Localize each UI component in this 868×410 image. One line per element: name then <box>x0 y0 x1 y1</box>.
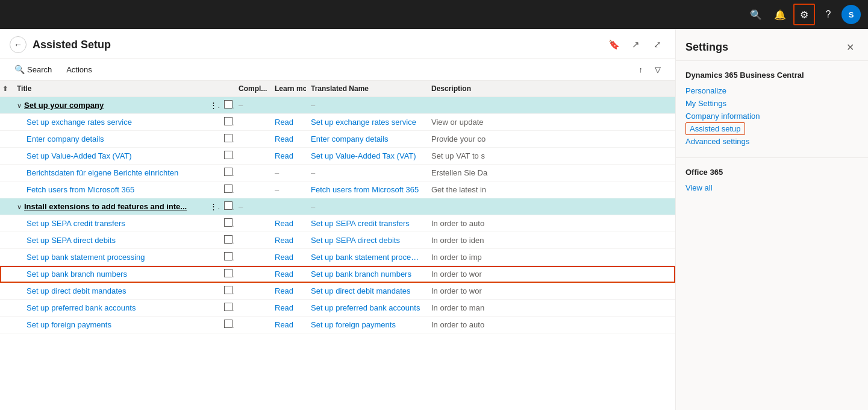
title-cell[interactable]: Set up preferred bank accounts <box>12 300 205 317</box>
chevron-icon[interactable]: ∨ <box>17 102 22 110</box>
learn-cell[interactable]: Read <box>270 300 306 317</box>
title-cell[interactable]: Set up SEPA direct debits <box>12 232 205 249</box>
settings-link-company-info[interactable]: Company information <box>685 110 858 122</box>
checkbox[interactable] <box>224 269 233 277</box>
item-title-text[interactable]: Set up direct debit mandates <box>27 286 126 295</box>
item-title-text[interactable]: Set up SEPA credit transfers <box>27 219 125 228</box>
table-row[interactable]: Set up direct debit mandatesReadSet up d… <box>0 283 675 300</box>
title-cell[interactable]: Fetch users from Microsoft 365 <box>12 181 205 198</box>
translated-cell[interactable]: Set up Value-Added Tax (VAT) <box>306 148 426 165</box>
translated-cell[interactable]: Enter company details <box>306 131 426 148</box>
checkbox[interactable] <box>224 184 233 193</box>
translated-cell[interactable]: Set up preferred bank accounts <box>306 300 426 317</box>
learn-cell[interactable]: Read <box>270 249 306 266</box>
learn-cell[interactable]: Read <box>270 215 306 232</box>
avatar[interactable]: S <box>841 5 861 24</box>
item-title-text[interactable]: Fetch users from Microsoft 365 <box>27 185 134 194</box>
title-cell[interactable]: Enter company details <box>12 131 205 148</box>
checkbox-cell[interactable] <box>219 114 234 131</box>
item-title-text[interactable]: Set up exchange rates service <box>27 118 132 127</box>
help-icon[interactable]: ? <box>817 4 839 25</box>
checkbox-cell[interactable] <box>219 300 234 317</box>
close-button[interactable]: ✕ <box>841 39 858 55</box>
checkbox[interactable] <box>224 168 233 176</box>
table-row[interactable]: Fetch users from Microsoft 365–Fetch use… <box>0 181 675 198</box>
title-cell[interactable]: Berichtsdaten für eigene Berichte einric… <box>12 165 205 181</box>
checkbox-cell[interactable] <box>219 232 234 249</box>
item-title-text[interactable]: Set up Value-Added Tax (VAT) <box>27 151 132 160</box>
notification-icon[interactable]: 🔔 <box>769 4 791 25</box>
checkbox-cell[interactable] <box>219 148 234 165</box>
search-button[interactable]: 🔍 Search <box>10 62 57 77</box>
item-title-text[interactable]: Set up preferred bank accounts <box>27 303 136 312</box>
table-area[interactable]: ⬆ Title Compl... Learn more Translated N… <box>0 81 675 410</box>
title-cell[interactable]: Set up SEPA credit transfers <box>12 215 205 232</box>
checkbox-cell[interactable] <box>219 198 234 215</box>
title-cell[interactable]: ∨Set up your company <box>12 97 205 114</box>
table-row[interactable]: Set up Value-Added Tax (VAT)ReadSet up V… <box>0 148 675 165</box>
share-icon[interactable]: ↗ <box>627 36 644 53</box>
translated-cell[interactable]: – <box>306 97 426 114</box>
settings-link-my-settings[interactable]: My Settings <box>685 97 858 110</box>
table-row[interactable]: Set up bank branch numbersReadSet up ban… <box>0 266 675 283</box>
checkbox[interactable] <box>224 134 233 142</box>
learn-cell[interactable]: Read <box>270 317 306 333</box>
dots-cell[interactable]: ⋮ <box>205 198 219 215</box>
table-row[interactable]: Set up foreign paymentsReadSet up foreig… <box>0 317 675 333</box>
checkbox[interactable] <box>224 320 233 328</box>
settings-link-personalize[interactable]: Personalize <box>685 84 858 97</box>
title-cell[interactable]: Set up direct debit mandates <box>12 283 205 300</box>
chevron-icon[interactable]: ∨ <box>17 203 22 211</box>
learn-cell[interactable]: Read <box>270 114 306 131</box>
filter-button[interactable]: ▽ <box>650 63 666 77</box>
checkbox[interactable] <box>224 286 233 294</box>
checkbox[interactable] <box>224 117 233 125</box>
actions-button[interactable]: Actions <box>61 63 97 77</box>
title-cell[interactable]: Set up Value-Added Tax (VAT) <box>12 148 205 165</box>
title-cell[interactable]: Set up exchange rates service <box>12 114 205 131</box>
checkbox[interactable] <box>224 151 233 159</box>
checkbox[interactable] <box>224 303 233 311</box>
table-row[interactable]: Set up bank statement processingReadSet … <box>0 249 675 266</box>
translated-cell[interactable]: Set up exchange rates service <box>306 114 426 131</box>
checkbox-cell[interactable] <box>219 181 234 198</box>
bookmark-icon[interactable]: 🔖 <box>605 36 622 53</box>
learn-cell[interactable]: Read <box>270 131 306 148</box>
translated-cell[interactable]: Set up direct debit mandates <box>306 283 426 300</box>
title-cell[interactable]: Set up foreign payments <box>12 317 205 333</box>
settings-link-assisted-setup[interactable]: Assisted setup <box>685 122 745 135</box>
table-row[interactable]: Enter company detailsReadEnter company d… <box>0 131 675 148</box>
translated-cell[interactable]: Set up bank branch numbers <box>306 266 426 283</box>
title-cell[interactable]: ∨Install extensions to add features and … <box>12 198 205 215</box>
checkbox[interactable] <box>224 201 233 210</box>
table-row[interactable]: Set up SEPA credit transfersReadSet up S… <box>0 215 675 232</box>
translated-cell[interactable]: – <box>306 165 426 181</box>
col-learn-header[interactable]: Learn more <box>270 81 306 97</box>
checkbox-cell[interactable] <box>219 131 234 148</box>
table-row[interactable]: ∨Install extensions to add features and … <box>0 198 675 215</box>
checkbox-cell[interactable] <box>219 283 234 300</box>
translated-cell[interactable]: Set up bank statement processing <box>306 249 426 266</box>
checkbox[interactable] <box>224 235 233 244</box>
checkbox-cell[interactable] <box>219 266 234 283</box>
translated-cell[interactable]: Fetch users from Microsoft 365 <box>306 181 426 198</box>
gear-icon[interactable]: ⚙ <box>793 4 815 25</box>
learn-cell[interactable]: Read <box>270 266 306 283</box>
search-icon[interactable]: 🔍 <box>745 4 767 25</box>
item-title-text[interactable]: Enter company details <box>27 134 104 144</box>
expand-icon[interactable]: ⤢ <box>649 36 666 53</box>
item-title-text[interactable]: Set up bank statement processing <box>27 253 145 262</box>
share-toolbar-button[interactable]: ↑ <box>634 63 648 77</box>
checkbox[interactable] <box>224 252 233 260</box>
settings-link-advanced-settings[interactable]: Advanced settings <box>685 135 858 148</box>
translated-cell[interactable]: Set up foreign payments <box>306 317 426 333</box>
col-title-header[interactable]: Title <box>12 81 205 97</box>
dots-cell[interactable]: ⋮ <box>205 97 219 114</box>
item-title-text[interactable]: Set up foreign payments <box>27 320 111 329</box>
back-button[interactable]: ← <box>10 36 27 53</box>
item-title-text[interactable]: Set up bank branch numbers <box>27 270 127 279</box>
settings-link-view-all[interactable]: View all <box>685 181 858 194</box>
col-translated-header[interactable]: Translated Name <box>306 81 426 97</box>
table-row[interactable]: Set up exchange rates serviceReadSet up … <box>0 114 675 131</box>
table-row[interactable]: ∨Set up your company⋮–– <box>0 97 675 114</box>
